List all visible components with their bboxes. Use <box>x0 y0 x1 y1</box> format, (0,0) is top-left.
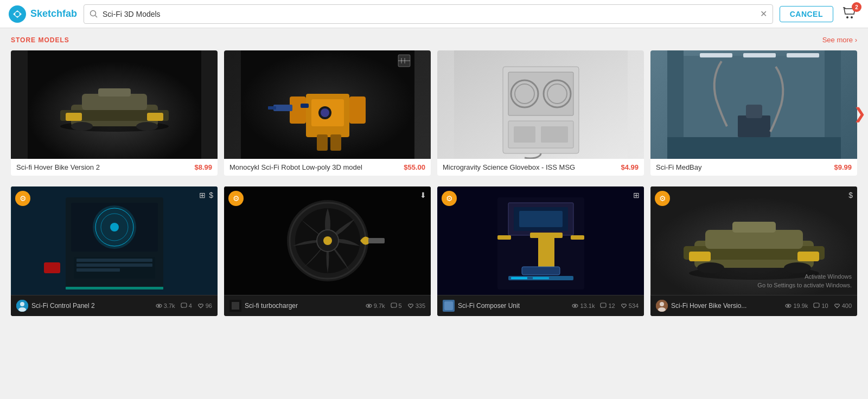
overlay-icons: ⚙ ⬇ <box>228 191 426 206</box>
svg-rect-104 <box>705 230 803 249</box>
store-section-title: STORE MODELS <box>11 36 69 44</box>
svg-rect-99 <box>601 303 606 307</box>
see-more-link[interactable]: See more › <box>822 36 857 44</box>
store-model-card[interactable]: Sci-fi Hover Bike Version 2 $8.99 <box>11 50 218 176</box>
svg-rect-49 <box>738 115 770 137</box>
svg-rect-22 <box>349 96 366 124</box>
svg-rect-63 <box>66 287 163 289</box>
svg-point-13 <box>71 122 93 131</box>
free-model-card[interactable]: ⚙ $ Activate WindowsGo to Settings to ac… <box>650 186 857 316</box>
dollar-icon: $ <box>209 191 213 200</box>
svg-rect-105 <box>689 252 711 261</box>
svg-point-114 <box>787 305 789 307</box>
svg-rect-78 <box>232 302 239 310</box>
free-model-card[interactable]: ⚙ ⊞ Sci-Fi Composer Unit 13.1k <box>437 186 644 316</box>
views-stat: 13.1k <box>572 303 595 309</box>
gear-badge: ⚙ <box>228 191 244 206</box>
svg-rect-92 <box>533 277 549 279</box>
comments-stat: 10 <box>813 303 828 309</box>
overlay-icons: ⚙ ⊞ <box>442 191 640 206</box>
model-name: Sci-fi Hover Bike Version 2 <box>16 163 100 171</box>
free-model-thumbnail: ⚙ ⊞ $ <box>11 186 218 295</box>
svg-rect-12 <box>147 113 163 121</box>
svg-rect-24 <box>330 134 341 151</box>
model-info: Sci-Fi MedBay $9.99 <box>650 159 857 176</box>
likes-stat: 335 <box>407 303 425 309</box>
svg-rect-88 <box>538 235 554 268</box>
store-model-card[interactable]: Monocykl Sci-Fi Robot Low-poly 3D model … <box>224 50 431 176</box>
free-model-name: Sci-Fi Control Panel 2 <box>31 302 152 310</box>
model-thumbnail <box>437 50 644 159</box>
svg-point-80 <box>368 305 370 307</box>
model-price: $8.99 <box>194 163 212 171</box>
svg-rect-106 <box>797 252 819 261</box>
glovebox-svg <box>454 50 628 159</box>
grid-icon: ⊞ <box>633 191 640 200</box>
svg-rect-115 <box>814 303 819 307</box>
logo-area: Sketchfab <box>9 5 77 23</box>
svg-point-1 <box>15 12 20 16</box>
free-stats: 19.9k 10 400 <box>785 303 852 309</box>
store-models-row: Sci-fi Hover Bike Version 2 $8.99 <box>11 50 857 176</box>
activate-windows-overlay: Activate WindowsGo to Settings to activa… <box>757 273 852 289</box>
model-name: Sci-Fi MedBay <box>656 163 702 171</box>
model-price: $9.99 <box>834 163 852 171</box>
free-model-thumbnail: ⚙ ⬇ <box>224 186 431 295</box>
cart-button[interactable]: 2 <box>840 3 859 24</box>
free-model-card[interactable]: ⚙ ⬇ Sci-fi turbocharger 9.7k <box>224 186 431 316</box>
svg-point-14 <box>136 122 158 131</box>
svg-rect-86 <box>519 211 563 227</box>
scroll-right-button[interactable]: ❯ <box>853 104 866 122</box>
svg-rect-69 <box>181 303 187 307</box>
svg-rect-91 <box>511 277 527 279</box>
model-info: Sci-fi Hover Bike Version 2 $8.99 <box>11 159 218 176</box>
free-model-name: Sci-Fi Hover Bike Versio... <box>671 302 782 310</box>
cancel-button[interactable]: CANCEL <box>780 6 833 22</box>
svg-point-2 <box>91 10 96 16</box>
overlay-icons: ⚙ ⊞ $ <box>15 191 213 206</box>
model-name: Monocykl Sci-Fi Robot Low-poly 3D model <box>229 163 362 171</box>
svg-point-20 <box>321 108 329 117</box>
svg-rect-109 <box>732 222 776 233</box>
avatar <box>229 300 241 312</box>
svg-rect-45 <box>787 53 819 57</box>
svg-point-4 <box>846 16 848 18</box>
free-models-row: ⚙ ⊞ $ Sci-Fi Control Panel 2 3.7k <box>11 186 857 316</box>
svg-point-57 <box>110 223 119 231</box>
free-card-info: Sci-fi turbocharger 9.7k 5 335 <box>224 295 431 316</box>
svg-rect-76 <box>368 238 385 243</box>
svg-point-108 <box>784 262 811 273</box>
model-name: Microgravity Science Glovebox - ISS MSG <box>443 163 575 171</box>
svg-rect-26 <box>268 106 276 110</box>
svg-rect-44 <box>743 53 776 57</box>
logo-text: Sketchfab <box>30 8 77 20</box>
top-right-icons: ⊞ <box>633 191 640 200</box>
download-icon: ⬇ <box>420 191 426 200</box>
clear-search-button[interactable]: ✕ <box>760 10 767 18</box>
top-right-icons: $ <box>848 191 853 200</box>
search-input[interactable] <box>103 10 756 18</box>
free-stats: 3.7k 4 96 <box>156 303 212 309</box>
svg-rect-48 <box>667 137 841 159</box>
svg-rect-15 <box>98 88 131 96</box>
svg-rect-25 <box>273 105 292 111</box>
store-model-card[interactable]: Microgravity Science Glovebox - ISS MSG … <box>437 50 644 176</box>
model-info: Monocykl Sci-Fi Robot Low-poly 3D model … <box>224 159 431 176</box>
store-model-card[interactable]: Sci-Fi MedBay $9.99 <box>650 50 857 176</box>
free-model-name: Sci-fi turbocharger <box>245 302 362 310</box>
avatar <box>16 300 28 312</box>
gear-badge: ⚙ <box>442 191 457 206</box>
model-info: Microgravity Science Glovebox - ISS MSG … <box>437 159 644 176</box>
avatar <box>656 300 668 312</box>
hover-bike-svg <box>28 50 201 159</box>
model-price: $55.00 <box>404 163 425 171</box>
header: Sketchfab ✕ CANCEL 2 <box>0 0 868 28</box>
store-models-section: STORE MODELS See more › <box>0 28 868 176</box>
svg-rect-62 <box>44 262 60 273</box>
gear-badge: ⚙ <box>15 191 30 206</box>
search-bar: ✕ <box>84 4 773 24</box>
sketchfab-logo-icon <box>9 5 26 23</box>
free-model-card[interactable]: ⚙ ⊞ $ Sci-Fi Control Panel 2 3.7k <box>11 186 218 316</box>
svg-point-111 <box>660 302 664 306</box>
store-section-header: STORE MODELS See more › <box>11 36 857 44</box>
